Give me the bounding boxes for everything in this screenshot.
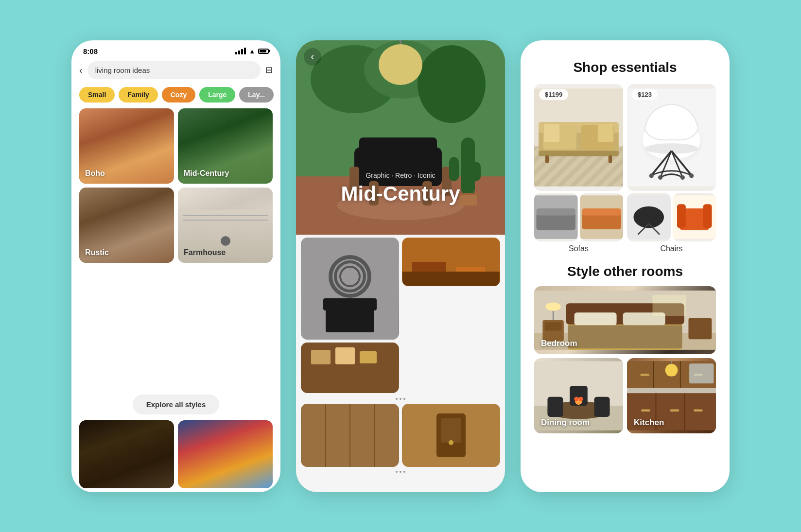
shop-essentials-title: Shop essentials — [534, 60, 716, 75]
svg-rect-99 — [547, 396, 563, 416]
svg-point-104 — [579, 396, 583, 401]
masonry-photo-4[interactable] — [301, 404, 399, 467]
svg-rect-80 — [677, 204, 685, 228]
phone-screen-2: ‹ Graphic · Retro · Iconic Mid-Century — [296, 40, 505, 492]
kitchen-label: Kitchen — [634, 418, 664, 428]
chairs-main-card[interactable]: $123 — [627, 84, 716, 191]
explore-btn-wrap: Explore all styles — [71, 388, 280, 420]
chairs-sub-grid — [627, 193, 716, 241]
dot-3 — [403, 398, 405, 400]
chip-cozy[interactable]: Cozy — [162, 87, 195, 103]
svg-rect-58 — [536, 208, 575, 215]
svg-rect-91 — [575, 312, 617, 325]
svg-rect-49 — [539, 151, 619, 156]
svg-rect-121 — [689, 363, 714, 383]
style-card-rustic[interactable]: Rustic — [79, 188, 174, 263]
signal-icon — [235, 48, 246, 54]
svg-rect-55 — [598, 124, 613, 142]
svg-rect-51 — [609, 155, 612, 163]
dining-card[interactable]: Dining room — [534, 358, 623, 433]
style-grid: Boho Mid-Century Rustic Farmhouse — [79, 108, 273, 263]
dots-indicator-1 — [301, 396, 500, 402]
dot-5 — [400, 471, 401, 473]
chair-sub-2[interactable] — [673, 193, 716, 241]
svg-rect-117 — [670, 409, 679, 412]
svg-point-103 — [574, 396, 578, 401]
masonry-photo-3[interactable] — [301, 343, 399, 393]
svg-rect-33 — [360, 351, 377, 363]
midcentury-label: Mid-Century — [184, 169, 229, 178]
masonry-photo-1[interactable] — [301, 238, 399, 340]
sofas-main-card[interactable]: $1199 — [534, 84, 623, 191]
masonry-photo-2[interactable] — [402, 238, 500, 286]
svg-rect-100 — [594, 396, 610, 416]
svg-rect-25 — [323, 298, 377, 310]
chip-layout[interactable]: Lay... — [239, 87, 274, 103]
svg-rect-112 — [627, 388, 716, 393]
chip-family[interactable]: Family — [119, 87, 157, 103]
svg-rect-54 — [544, 124, 559, 142]
chair-sub-1[interactable] — [627, 193, 671, 241]
svg-rect-94 — [688, 318, 712, 339]
wifi-icon: ▲ — [249, 48, 255, 55]
right-panel: Shop essentials — [521, 40, 730, 492]
svg-point-70 — [649, 173, 654, 178]
status-bar: 8:08 ▲ — [71, 40, 280, 59]
status-icons: ▲ — [235, 48, 269, 55]
style-card-boho[interactable]: Boho — [79, 108, 174, 184]
bedroom-card[interactable]: Bedroom — [534, 286, 716, 354]
bedroom-label: Bedroom — [541, 339, 577, 348]
svg-rect-31 — [311, 350, 331, 364]
masonry-photo-5[interactable] — [402, 404, 500, 467]
filter-icon[interactable]: ⊟ — [265, 65, 273, 75]
search-input[interactable]: living room ideas — [87, 61, 261, 79]
svg-rect-29 — [402, 272, 500, 286]
chip-large[interactable]: Large — [199, 87, 235, 103]
svg-rect-116 — [641, 409, 650, 412]
hero-back-button[interactable]: ‹ — [304, 48, 321, 66]
dot-2 — [400, 398, 401, 400]
svg-rect-50 — [545, 155, 549, 163]
boho-label: Boho — [85, 169, 105, 178]
chairs-label: Chairs — [627, 241, 716, 255]
style-grid-section: Boho Mid-Century Rustic Farmhouse — [71, 108, 280, 388]
sofa-sub-1[interactable] — [534, 193, 578, 241]
dot-4 — [396, 471, 398, 473]
chip-small[interactable]: Small — [79, 87, 115, 103]
sofa-sub-2[interactable] — [580, 193, 624, 241]
rustic-label: Rustic — [85, 248, 109, 257]
dots-indicator-2 — [301, 469, 500, 475]
search-bar-row: ‹ living room ideas ⊟ — [71, 59, 280, 84]
style-rooms-title: Style other rooms — [534, 264, 716, 279]
svg-point-87 — [545, 302, 560, 310]
bottom-photo-2[interactable] — [178, 420, 273, 488]
essentials-grid: $1199 So — [534, 84, 716, 255]
sofas-column: $1199 So — [534, 84, 623, 255]
hero-title: Mid-Century — [296, 182, 505, 206]
style-card-farmhouse[interactable]: Farmhouse — [178, 188, 273, 263]
svg-point-75 — [633, 206, 664, 228]
svg-rect-109 — [640, 374, 649, 376]
hero-card: ‹ Graphic · Retro · Iconic Mid-Century — [296, 40, 505, 235]
sofas-price: $1199 — [539, 89, 568, 100]
svg-point-119 — [665, 364, 678, 377]
farmhouse-label: Farmhouse — [184, 248, 226, 257]
bottom-photos — [71, 420, 280, 492]
style-card-midcentury[interactable]: Mid-Century — [178, 108, 273, 184]
svg-rect-32 — [335, 347, 355, 364]
sofas-label: Sofas — [534, 241, 623, 255]
back-button[interactable]: ‹ — [79, 65, 83, 76]
battery-icon — [258, 49, 269, 54]
hero-text: Graphic · Retro · Iconic Mid-Century — [296, 172, 505, 206]
chairs-price: $123 — [632, 89, 658, 100]
bottom-photo-1[interactable] — [79, 420, 174, 488]
kitchen-card[interactable]: Kitchen — [627, 358, 716, 433]
hero-subtitle: Graphic · Retro · Iconic — [296, 172, 505, 179]
explore-all-styles-button[interactable]: Explore all styles — [133, 395, 220, 414]
rooms-grid: Bedroom Dining room — [534, 286, 716, 433]
dot-1 — [396, 398, 398, 400]
svg-rect-61 — [582, 208, 621, 215]
dining-label: Dining room — [541, 418, 590, 428]
svg-rect-118 — [694, 409, 702, 412]
chairs-column: $123 — [627, 84, 716, 255]
